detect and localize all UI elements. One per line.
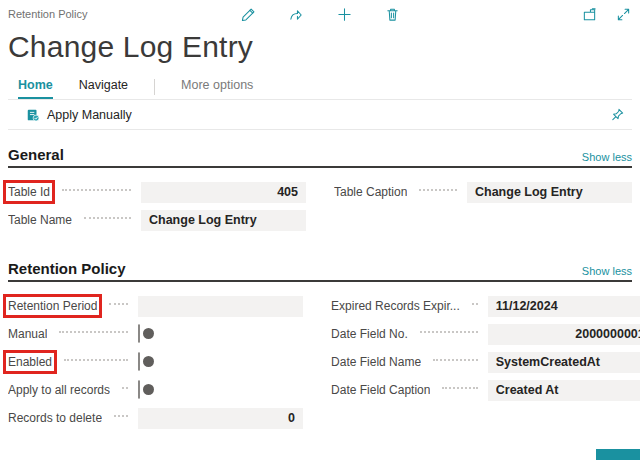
page-title: Change Log Entry	[8, 30, 632, 64]
field-apply-to-all-records: Apply to all records	[8, 376, 303, 404]
tab-more-options[interactable]: More options	[181, 74, 253, 99]
expired-records-expiration-input[interactable]	[488, 296, 640, 317]
apply-to-all-records-label: Apply to all records	[8, 383, 110, 397]
dotted-leader	[64, 359, 128, 361]
plus-icon	[337, 7, 352, 22]
bottom-right-teal-fragment	[596, 449, 640, 460]
toggle-knob	[143, 384, 154, 395]
toggle-knob	[143, 328, 154, 339]
delete-button[interactable]	[383, 5, 401, 23]
toolbar-center	[239, 5, 401, 23]
apply-to-all-records-toggle[interactable]	[138, 380, 140, 399]
table-name-label: Table Name	[8, 213, 72, 227]
table-id-label: Table Id	[8, 185, 50, 199]
apply-manually-icon	[26, 108, 40, 122]
table-id-input[interactable]	[141, 182, 306, 203]
tab-bar: Home Navigate More options	[8, 74, 632, 100]
new-button[interactable]	[335, 5, 353, 23]
general-fields: Table Id Table Name Table Caption	[8, 178, 632, 234]
pin-icon	[610, 107, 625, 122]
dotted-leader	[472, 303, 478, 305]
action-bar: Apply Manually	[8, 100, 632, 130]
expand-icon	[616, 7, 631, 22]
dotted-leader	[114, 415, 128, 417]
edit-button[interactable]	[239, 5, 257, 23]
trash-icon	[385, 7, 400, 22]
retention-policy-page: Retention Policy Change Log Entry	[0, 0, 640, 460]
enabled-label: Enabled	[8, 355, 52, 369]
dotted-leader	[420, 331, 478, 333]
open-in-window-button[interactable]	[580, 5, 598, 23]
breadcrumb: Retention Policy	[8, 8, 239, 20]
field-table-caption: Table Caption	[334, 178, 632, 206]
apply-manually-label: Apply Manually	[47, 108, 132, 122]
dotted-leader	[109, 303, 128, 305]
records-to-delete-input[interactable]	[138, 408, 303, 429]
dotted-leader	[442, 387, 477, 389]
popout-icon	[582, 7, 597, 22]
field-expired-records-expiration: Expired Records Expir...	[331, 292, 640, 320]
dotted-leader	[59, 331, 128, 333]
manual-label: Manual	[8, 327, 47, 341]
retention-section-header: Retention Policy Show less	[8, 260, 632, 282]
retention-left-column: Retention Period Manual Enabled Apply to…	[8, 292, 303, 432]
field-enabled: Enabled	[8, 348, 303, 376]
toolbar-right	[401, 5, 632, 23]
records-to-delete-label: Records to delete	[8, 411, 102, 425]
tab-navigate[interactable]: Navigate	[79, 74, 128, 99]
dotted-leader	[433, 359, 478, 361]
tab-divider	[154, 79, 155, 95]
date-field-no-input[interactable]	[488, 324, 640, 345]
dotted-leader	[122, 387, 128, 389]
general-right-column: Table Caption	[334, 178, 632, 234]
field-table-name: Table Name	[8, 206, 306, 234]
enabled-toggle[interactable]	[138, 352, 140, 371]
date-field-name-label: Date Field Name	[331, 355, 421, 369]
expired-records-expiration-label: Expired Records Expir...	[331, 299, 460, 313]
date-field-no-label: Date Field No.	[331, 327, 408, 341]
field-date-field-name: Date Field Name	[331, 348, 640, 376]
retention-period-label: Retention Period	[8, 299, 97, 313]
dotted-leader	[84, 217, 131, 219]
general-show-less-link[interactable]: Show less	[582, 151, 632, 163]
dotted-leader	[419, 189, 457, 191]
retention-period-input[interactable]	[138, 296, 303, 317]
retention-section-title: Retention Policy	[8, 260, 126, 277]
field-retention-period: Retention Period	[8, 292, 303, 320]
date-field-caption-input[interactable]	[488, 380, 640, 401]
field-manual: Manual	[8, 320, 303, 348]
date-field-name-input[interactable]	[488, 352, 640, 373]
expand-button[interactable]	[614, 5, 632, 23]
pin-button[interactable]	[608, 106, 626, 124]
share-button[interactable]	[287, 5, 305, 23]
edit-icon	[241, 7, 256, 22]
dotted-leader	[62, 189, 131, 191]
apply-manually-button[interactable]: Apply Manually	[26, 108, 132, 122]
toggle-knob	[143, 356, 154, 367]
field-records-to-delete: Records to delete	[8, 404, 303, 432]
window-caption-bar: Retention Policy	[8, 4, 632, 24]
general-section-title: General	[8, 146, 64, 163]
date-field-caption-label: Date Field Caption	[331, 383, 430, 397]
general-left-column: Table Id Table Name	[8, 178, 306, 234]
table-name-input[interactable]	[141, 210, 306, 231]
share-icon	[289, 7, 304, 22]
general-section-header: General Show less	[8, 146, 632, 168]
field-table-id: Table Id	[8, 178, 306, 206]
retention-right-column: Expired Records Expir... Date Field No. …	[331, 292, 640, 432]
tab-home[interactable]: Home	[18, 74, 53, 99]
manual-toggle[interactable]	[138, 324, 140, 343]
table-caption-label: Table Caption	[334, 185, 407, 199]
field-date-field-caption: Date Field Caption	[331, 376, 640, 404]
table-caption-input[interactable]	[467, 182, 632, 203]
retention-show-less-link[interactable]: Show less	[582, 265, 632, 277]
retention-fields: Retention Period Manual Enabled Apply to…	[8, 292, 632, 432]
field-date-field-no: Date Field No.	[331, 320, 640, 348]
